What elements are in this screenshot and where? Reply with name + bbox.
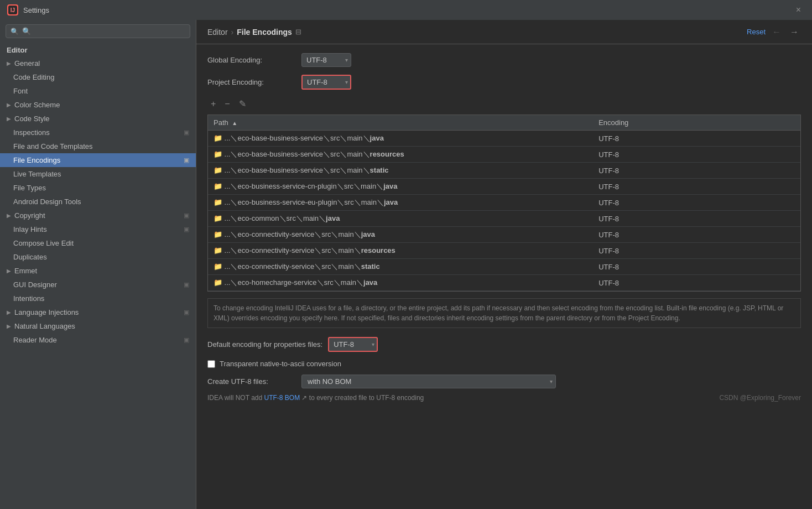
chevron-right-icon: ▶ [7, 60, 11, 66]
content-body: Global Encoding: UTF-8 ▾ Project Encodin… [196, 44, 812, 509]
sidebar-item-language-injections[interactable]: ▶ Language Injections ▣ [0, 305, 196, 319]
sidebar-item-code-editing[interactable]: Code Editing [0, 70, 196, 84]
create-utf8-row: Create UTF-8 files: with NO BOM with BOM… [207, 375, 801, 388]
chevron-right-icon: ▶ [7, 309, 11, 315]
svg-text:IJ: IJ [11, 7, 15, 13]
folder-icon: 📁 [214, 214, 222, 222]
sidebar-item-natural-languages[interactable]: ▶ Natural Languages [0, 319, 196, 333]
reset-button[interactable]: Reset [747, 28, 766, 36]
sidebar-item-label: Live Templates [13, 170, 61, 178]
sidebar-item-color-scheme[interactable]: ▶ Color Scheme [0, 98, 196, 112]
table-row: 📁 ...＼eco-business-service-cn-plugin＼src… [208, 179, 800, 195]
path-cell: 📁 ...＼eco-connectivity-service＼src＼main＼… [208, 243, 593, 259]
table-row: 📁 ...＼eco-base-business-service＼src＼main… [208, 147, 800, 163]
sidebar-item-label: Language Injections [14, 308, 79, 316]
path-cell: 📁 ...＼eco-connectivity-service＼src＼main＼… [208, 259, 593, 275]
inspections-badge: ▣ [184, 129, 189, 136]
folder-icon: 📁 [214, 166, 222, 174]
chevron-right-icon: ▶ [7, 323, 11, 329]
encoding-cell: UTF-8 [593, 131, 800, 147]
sidebar-item-file-types[interactable]: File Types [0, 181, 196, 195]
path-cell: 📁 ...＼eco-common＼src＼main＼java [208, 211, 593, 227]
encoding-cell: UTF-8 [593, 147, 800, 163]
chevron-right-icon: ▶ [7, 102, 11, 108]
edit-button[interactable]: ✎ [236, 97, 249, 110]
create-utf8-label: Create UTF-8 files: [207, 377, 296, 386]
lang-injections-badge: ▣ [184, 309, 189, 316]
create-utf8-dropdown-wrapper: with NO BOM with BOM with BOM (for Windo… [301, 375, 556, 388]
sidebar-item-live-templates[interactable]: Live Templates [0, 167, 196, 181]
default-encoding-row: Default encoding for properties files: U… [207, 337, 801, 352]
path-cell: 📁 ...＼eco-base-business-service＼src＼main… [208, 131, 593, 147]
content-header: Editor › File Encodings ⊟ Reset ← → [196, 20, 812, 44]
path-cell: 📁 ...＼eco-business-service-cn-plugin＼src… [208, 179, 593, 195]
sidebar-item-inlay-hints[interactable]: Inlay Hints ▣ [0, 222, 196, 236]
sidebar-item-android-design-tools[interactable]: Android Design Tools [0, 195, 196, 209]
sidebar-item-code-style[interactable]: ▶ Code Style [0, 112, 196, 126]
remove-button[interactable]: − [221, 98, 233, 110]
transparent-checkbox[interactable] [207, 360, 215, 368]
sidebar-item-duplicates[interactable]: Duplicates [0, 250, 196, 264]
path-column-header[interactable]: Path ▲ [208, 115, 593, 131]
file-encoding-table-container: Path ▲ Encoding 📁 ...＼eco-base-business-… [207, 115, 801, 292]
encoding-column-header[interactable]: Encoding [593, 115, 800, 131]
folder-icon: 📁 [214, 230, 222, 238]
transparent-label[interactable]: Transparent native-to-ascii conversion [220, 360, 341, 368]
path-cell: 📁 ...＼eco-homecharge-service＼src＼main＼ja… [208, 275, 593, 291]
search-box[interactable]: 🔍 [6, 24, 190, 38]
project-encoding-select[interactable]: UTF-8 [301, 75, 351, 90]
breadcrumb-parent: Editor [207, 28, 228, 37]
sidebar-item-label: GUI Designer [13, 281, 57, 289]
create-utf8-select[interactable]: with NO BOM with BOM with BOM (for Windo… [301, 375, 556, 388]
sidebar-item-label: Copyright [14, 211, 45, 220]
sidebar-item-reader-mode[interactable]: Reader Mode ▣ [0, 333, 196, 347]
gui-designer-badge: ▣ [184, 281, 189, 288]
default-encoding-label: Default encoding for properties files: [207, 340, 322, 349]
folder-icon: 📁 [214, 150, 222, 158]
sidebar-item-label: Intentions [13, 294, 44, 303]
footer-note: IDEA will NOT add UTF-8 BOM ↗ to every c… [207, 394, 801, 402]
chevron-right-icon: ▶ [7, 116, 11, 122]
table-row: 📁 ...＼eco-connectivity-service＼src＼main＼… [208, 243, 800, 259]
encoding-cell: UTF-8 [593, 179, 800, 195]
sidebar-item-label: Reader Mode [13, 336, 57, 344]
chevron-right-icon: ▶ [7, 212, 11, 219]
sidebar-item-copyright[interactable]: ▶ Copyright ▣ [0, 209, 196, 222]
table-row: 📁 ...＼eco-connectivity-service＼src＼main＼… [208, 227, 800, 243]
file-encoding-table: Path ▲ Encoding 📁 ...＼eco-base-business-… [208, 115, 800, 291]
file-table-toolbar: + − ✎ [207, 97, 801, 110]
sidebar-item-font[interactable]: Font [0, 84, 196, 98]
global-encoding-row: Global Encoding: UTF-8 ▾ [207, 53, 801, 67]
folder-icon: 📁 [214, 278, 222, 287]
app-icon: IJ [7, 4, 19, 16]
sidebar-item-general[interactable]: ▶ General [0, 56, 196, 70]
forward-button[interactable]: → [788, 26, 801, 38]
default-encoding-select[interactable]: UTF-8 [328, 337, 378, 352]
path-cell: 📁 ...＼eco-connectivity-service＼src＼main＼… [208, 227, 593, 243]
sidebar-item-file-code-templates[interactable]: File and Code Templates [0, 139, 196, 153]
sidebar-item-inspections[interactable]: Inspections ▣ [0, 126, 196, 139]
inlay-hints-badge: ▣ [184, 226, 189, 233]
info-text: To change encoding IntelliJ IDEA uses fo… [207, 298, 801, 328]
main-layout: 🔍 Editor ▶ General Code Editing Font ▶ C… [0, 20, 812, 509]
global-encoding-label: Global Encoding: [207, 56, 296, 64]
sidebar-item-emmet[interactable]: ▶ Emmet [0, 264, 196, 278]
title-bar-left: IJ Settings [7, 4, 49, 16]
search-input[interactable] [22, 27, 185, 35]
global-encoding-select[interactable]: UTF-8 [301, 53, 351, 67]
sidebar-item-label: Inlay Hints [13, 225, 47, 233]
back-button[interactable]: ← [770, 26, 783, 38]
sidebar-item-gui-designer[interactable]: GUI Designer ▣ [0, 278, 196, 292]
close-button[interactable]: × [792, 3, 805, 17]
path-cell: 📁 ...＼eco-business-service-eu-plugin＼src… [208, 195, 593, 211]
sidebar-item-label: Natural Languages [14, 322, 75, 330]
sidebar-item-compose-live-edit[interactable]: Compose Live Edit [0, 236, 196, 250]
copyright-badge: ▣ [184, 212, 189, 219]
default-encoding-dropdown-wrapper: UTF-8 ▾ [328, 337, 378, 352]
utf8-bom-link[interactable]: UTF-8 BOM [264, 394, 300, 402]
sidebar-item-intentions[interactable]: Intentions [0, 292, 196, 305]
sidebar-item-file-encodings[interactable]: File Encodings ▣ [0, 153, 196, 167]
add-button[interactable]: + [207, 98, 219, 110]
sidebar-item-label: File Types [13, 184, 46, 192]
reader-mode-badge: ▣ [184, 336, 189, 344]
